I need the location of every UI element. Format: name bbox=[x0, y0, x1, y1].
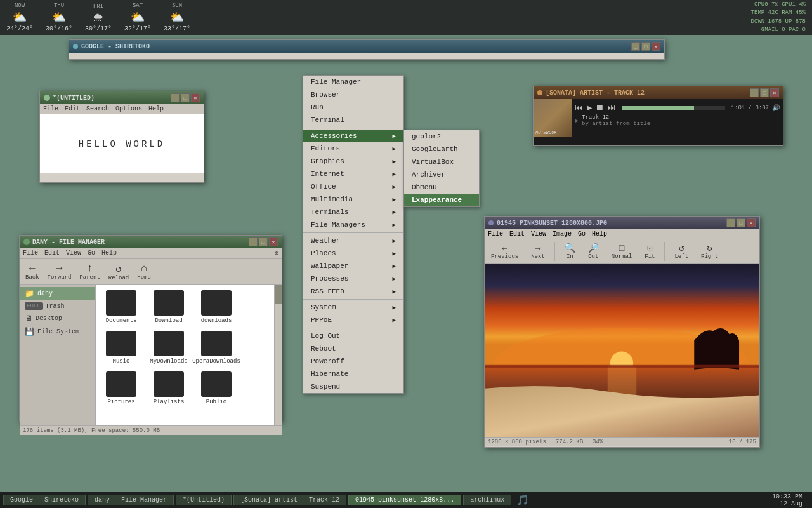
taskbar-item-archlinux[interactable]: archlinux bbox=[463, 495, 511, 505]
taskbar-item-browser[interactable]: Google - Shiretoko bbox=[3, 495, 86, 505]
browser-maximize-button[interactable]: □ bbox=[641, 42, 650, 51]
editor-menu-search[interactable]: Search bbox=[86, 105, 109, 112]
fm-sidebar-item-dany[interactable]: 📁 dany bbox=[20, 287, 95, 300]
menu-item-pppoe[interactable]: PPPoE ▶ bbox=[303, 314, 403, 326]
fm-folder-music[interactable]: Music bbox=[99, 329, 143, 366]
player-next-button[interactable]: ⏭ bbox=[607, 103, 616, 113]
browser-close-button[interactable]: × bbox=[652, 42, 660, 51]
fm-folder-pictures[interactable]: Pictures bbox=[99, 370, 143, 407]
fm-menu-go[interactable]: Go bbox=[88, 250, 95, 257]
menu-item-internet[interactable]: Internet ▶ bbox=[303, 168, 403, 180]
taskbar-item-imageviewer[interactable]: 01945_pinksunset_1280x8... bbox=[348, 495, 461, 505]
editor-menu-file[interactable]: File bbox=[43, 105, 58, 112]
imgview-rotate-left-button[interactable]: ↺ Left bbox=[671, 241, 691, 261]
fm-menu-edit[interactable]: Edit bbox=[44, 250, 60, 257]
imgview-rotate-right-button[interactable]: ↻ Right bbox=[698, 241, 721, 261]
submenu-archiver[interactable]: Archiver bbox=[404, 168, 479, 181]
fm-folder-downloads[interactable]: downloads bbox=[194, 288, 239, 326]
player-close-button[interactable]: × bbox=[770, 88, 779, 97]
menu-item-wallpaper[interactable]: Wallpaper ▶ bbox=[303, 260, 403, 272]
fm-home-button[interactable]: ⌂ Home bbox=[134, 262, 154, 282]
submenu-gcolor2[interactable]: gcolor2 bbox=[404, 130, 479, 143]
fm-menu-help[interactable]: Help bbox=[102, 250, 117, 257]
imgview-menu-go[interactable]: Go bbox=[578, 231, 586, 237]
fm-parent-button[interactable]: ↑ Parent bbox=[77, 262, 102, 282]
menu-item-file-managers[interactable]: File Managers ▶ bbox=[303, 218, 403, 231]
menu-item-system[interactable]: System ▶ bbox=[303, 301, 403, 314]
player-expand-icon[interactable]: ▶ bbox=[575, 117, 579, 124]
imgview-zoom-in-button[interactable]: 🔍 In bbox=[561, 241, 579, 261]
taskbar-item-player[interactable]: [Sonata] artist - Track 12 bbox=[233, 495, 346, 505]
imgview-close-button[interactable]: × bbox=[747, 218, 756, 227]
imgview-previous-button[interactable]: ← Previous bbox=[488, 242, 521, 261]
menu-item-run[interactable]: Run bbox=[303, 101, 403, 114]
fm-folder-download[interactable]: Download bbox=[147, 288, 191, 326]
imgview-menu-view[interactable]: View bbox=[531, 231, 546, 237]
editor-minimize-button[interactable]: _ bbox=[171, 93, 180, 102]
imgview-maximize-button[interactable]: □ bbox=[737, 218, 745, 227]
menu-item-rss-feed[interactable]: RSS FEED ▶ bbox=[303, 285, 403, 298]
fm-back-button[interactable]: ← Back bbox=[23, 262, 42, 282]
fm-close-button[interactable]: × bbox=[269, 237, 278, 246]
imgview-menu-image[interactable]: Image bbox=[553, 231, 572, 237]
menu-item-processes[interactable]: Processes ▶ bbox=[303, 272, 403, 285]
menu-item-logout[interactable]: Log Out bbox=[303, 330, 403, 342]
editor-menu-edit[interactable]: Edit bbox=[65, 105, 80, 112]
fm-folder-operadownloads[interactable]: OperaDownloads bbox=[194, 329, 239, 366]
fm-menu-file[interactable]: File bbox=[23, 250, 38, 257]
menu-item-weather[interactable]: Weather ▶ bbox=[303, 234, 403, 247]
imgview-normal-button[interactable]: □ Normal bbox=[608, 242, 635, 261]
submenu-googleearth[interactable]: GoogleEarth bbox=[404, 143, 479, 156]
fm-folder-public[interactable]: Public bbox=[194, 370, 239, 407]
player-prev-button[interactable]: ⏮ bbox=[575, 103, 584, 113]
editor-close-button[interactable]: × bbox=[191, 93, 200, 102]
fm-scrollbar[interactable] bbox=[274, 285, 282, 425]
submenu-lxappearance[interactable]: Lxappearance bbox=[404, 194, 479, 206]
imgview-minimize-button[interactable]: _ bbox=[726, 218, 735, 227]
editor-menu-options[interactable]: Options bbox=[115, 105, 142, 112]
menu-item-file-manager[interactable]: File Manager bbox=[303, 76, 403, 88]
menu-item-editors[interactable]: Editors ▶ bbox=[303, 142, 403, 155]
menu-item-reboot[interactable]: Reboot bbox=[303, 342, 403, 355]
fm-sidebar-item-filesystem[interactable]: 💾 File System bbox=[20, 325, 95, 338]
submenu-virtualbox[interactable]: VirtualBox bbox=[404, 156, 479, 168]
player-stop-button[interactable]: ⏹ bbox=[595, 103, 604, 113]
player-progress-bar[interactable] bbox=[622, 106, 724, 110]
imgview-menu-edit[interactable]: Edit bbox=[509, 231, 525, 237]
fm-forward-button[interactable]: → Forward bbox=[45, 262, 74, 282]
menu-item-terminals[interactable]: Terminals ▶ bbox=[303, 206, 403, 218]
menu-item-multimedia[interactable]: Multimedia ▶ bbox=[303, 193, 403, 206]
imgview-menu-file[interactable]: File bbox=[488, 231, 503, 237]
fm-sidebar-item-trash[interactable]: FULL Trash bbox=[20, 300, 95, 312]
submenu-obmenu[interactable]: Obmenu bbox=[404, 181, 479, 194]
player-volume-icon[interactable]: 🔊 bbox=[772, 104, 780, 112]
taskbar-item-editor[interactable]: *(Untitled) bbox=[176, 495, 232, 505]
menu-item-office[interactable]: Office ▶ bbox=[303, 180, 403, 193]
menu-item-accessories[interactable]: Accessories ▶ bbox=[303, 130, 403, 142]
fm-folder-playlists[interactable]: Playlists bbox=[147, 370, 191, 407]
player-maximize-button[interactable]: □ bbox=[760, 88, 769, 97]
player-minimize-button[interactable]: _ bbox=[750, 88, 759, 97]
menu-item-hibernate[interactable]: Hibernate bbox=[303, 368, 403, 380]
menu-item-graphics[interactable]: Graphics ▶ bbox=[303, 155, 403, 168]
browser-minimize-button[interactable]: _ bbox=[631, 42, 640, 51]
imgview-zoom-out-button[interactable]: 🔎 Out bbox=[585, 241, 602, 261]
fm-folder-documents[interactable]: Documents bbox=[99, 288, 143, 326]
menu-item-poweroff[interactable]: Poweroff bbox=[303, 355, 403, 368]
fm-sidebar-item-desktop[interactable]: 🖥 Desktop bbox=[20, 312, 95, 325]
fm-folder-mydownloads[interactable]: MyDownloads bbox=[147, 329, 191, 366]
taskbar-item-filemanager[interactable]: dany - File Manager bbox=[88, 495, 174, 505]
imgview-fit-button[interactable]: ⊡ Fit bbox=[641, 241, 658, 261]
editor-menu-help[interactable]: Help bbox=[148, 105, 164, 112]
menu-item-places[interactable]: Places ▶ bbox=[303, 247, 403, 260]
fm-reload-button[interactable]: ↺ Reload bbox=[106, 261, 131, 283]
editor-content[interactable]: HELLO WORLD bbox=[40, 114, 204, 173]
menu-item-browser[interactable]: Browser bbox=[303, 88, 403, 101]
fm-menu-view[interactable]: View bbox=[66, 250, 81, 257]
imgview-next-button[interactable]: → Next bbox=[528, 242, 548, 261]
editor-maximize-button[interactable]: □ bbox=[181, 93, 190, 102]
fm-maximize-button[interactable]: □ bbox=[259, 237, 268, 246]
imgview-menu-help[interactable]: Help bbox=[592, 231, 607, 237]
player-play-button[interactable]: ▶ bbox=[587, 102, 592, 113]
menu-item-terminal[interactable]: Terminal bbox=[303, 114, 403, 126]
